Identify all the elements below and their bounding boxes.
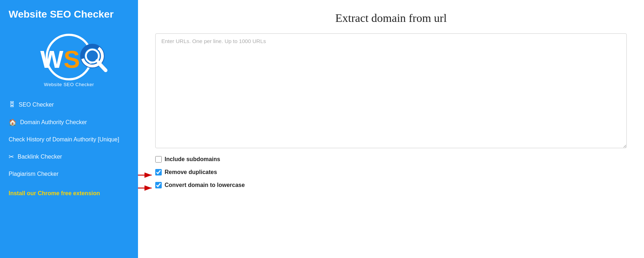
sidebar-item-chrome-extension[interactable]: Install our Chrome free extension: [0, 185, 138, 202]
convert-lowercase-row: Convert domain to lowercase: [155, 182, 627, 188]
logo-container: W S Website SEO Checker: [0, 24, 138, 96]
svg-text:W: W: [40, 46, 64, 73]
sidebar-title: Website SEO Checker: [0, 0, 138, 24]
sidebar: Website SEO Checker W S Website SEO Chec…: [0, 0, 138, 258]
sidebar-item-backlink-checker[interactable]: ✂ Backlink Checker: [0, 148, 138, 166]
scissors-icon: ✂: [9, 153, 14, 161]
sidebar-item-chrome-ext-label: Install our Chrome free extension: [9, 190, 100, 197]
pie-chart-icon: 🎛: [9, 101, 15, 108]
convert-lowercase-label[interactable]: Convert domain to lowercase: [165, 182, 245, 188]
main-content: Extract domain from url Include subdomai…: [138, 0, 644, 258]
include-subdomains-checkbox[interactable]: [155, 156, 162, 163]
remove-duplicates-row: Remove duplicates: [155, 169, 627, 175]
home-icon: 🏠: [9, 118, 17, 126]
sidebar-item-seo-checker[interactable]: 🎛 SEO Checker: [0, 96, 138, 113]
logo-text: Website SEO Checker: [44, 82, 94, 87]
url-input-textarea[interactable]: [155, 33, 627, 148]
sidebar-item-check-history[interactable]: Check History of Domain Authority [Uniqu…: [0, 131, 138, 148]
convert-lowercase-checkbox[interactable]: [155, 182, 162, 188]
sidebar-item-check-history-label: Check History of Domain Authority [Uniqu…: [9, 136, 119, 143]
sidebar-item-backlink-checker-label: Backlink Checker: [18, 154, 62, 160]
sidebar-item-plagiarism-checker-label: Plagiarism Checker: [9, 171, 59, 177]
sidebar-item-domain-authority[interactable]: 🏠 Domain Authority Checker: [0, 113, 138, 131]
logo-graphic: W S: [29, 30, 109, 80]
remove-duplicates-label[interactable]: Remove duplicates: [165, 169, 217, 175]
remove-duplicates-checkbox[interactable]: [155, 169, 162, 175]
sidebar-item-seo-checker-label: SEO Checker: [19, 102, 54, 108]
sidebar-item-plagiarism-checker[interactable]: Plagiarism Checker: [0, 166, 138, 182]
page-title: Extract domain from url: [155, 11, 627, 25]
svg-text:S: S: [64, 46, 80, 73]
include-subdomains-row: Include subdomains: [155, 156, 627, 163]
include-subdomains-label[interactable]: Include subdomains: [165, 156, 220, 163]
sidebar-item-domain-authority-label: Domain Authority Checker: [20, 119, 87, 126]
